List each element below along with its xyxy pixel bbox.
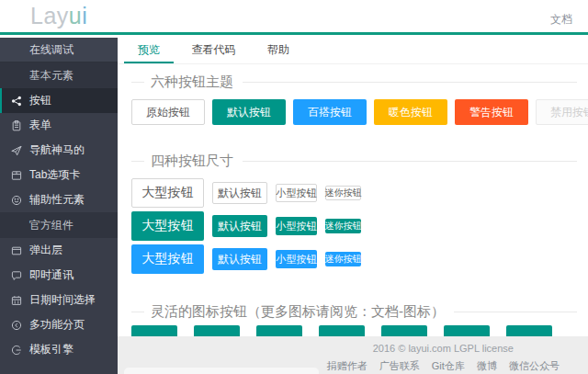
legend-line	[243, 161, 577, 162]
sidebar-item-label: 弹出层	[29, 244, 62, 256]
top-header: Layui 文档	[0, 0, 588, 35]
share-nodes-icon	[11, 96, 22, 107]
sidebar-category-basic-elements: 基本元素	[0, 62, 118, 88]
disabled-button[interactable]: 禁用按钮	[536, 99, 588, 125]
legend-line	[131, 312, 144, 312]
sidebar-item-im[interactable]: 即时通讯	[0, 263, 118, 288]
window-icon	[11, 245, 22, 256]
theme-buttons-row: 原始按钮 默认按钮 百搭按钮 暖色按钮 警告按钮 禁用按钮	[131, 99, 577, 125]
sidebar-item-online-debug[interactable]: 在线调试	[0, 38, 118, 62]
normal-button[interactable]: 百搭按钮	[293, 99, 367, 125]
sidebar-category-official-components: 官方组件	[0, 212, 118, 238]
clipboard-icon	[11, 120, 22, 131]
size-row-green: 大型按钮 默认按钮 小型按钮 迷你按钮	[131, 211, 577, 241]
sidebar-item-datetime[interactable]: 日期时间选择	[0, 288, 118, 312]
large-button[interactable]: 大型按钮	[131, 178, 204, 208]
section-title-text: 六种按钮主题	[151, 74, 233, 91]
legend-line	[131, 82, 144, 83]
tab-bar: 预览 查看代码 帮助	[118, 38, 588, 64]
danger-button[interactable]: 警告按钮	[455, 99, 528, 125]
default-size-button[interactable]: 默认按钮	[212, 248, 267, 270]
sidebar-item-auxiliary[interactable]: 辅助性元素	[0, 187, 118, 212]
page: Layui 文档 在线调试 基本元素 按钮 表单 导航神马的	[0, 0, 588, 374]
mini-button[interactable]: 迷你按钮	[325, 186, 361, 200]
sidebar-item-label: 按钮	[29, 94, 51, 107]
sidebar-item-pagination[interactable]: 多功能分页	[0, 312, 118, 337]
sidebar-item-form[interactable]: 表单	[0, 113, 118, 138]
size-row-primitive: 大型按钮 默认按钮 小型按钮 迷你按钮	[131, 178, 577, 208]
small-button[interactable]: 小型按钮	[276, 184, 317, 202]
footer-link-donate[interactable]: 捐赠作者	[327, 360, 368, 371]
tab-view-code[interactable]: 查看代码	[177, 38, 249, 63]
size-row-blue: 大型按钮 默认按钮 小型按钮 迷你按钮	[131, 244, 577, 274]
footer-link-wechat[interactable]: 微信公众号	[509, 360, 560, 371]
section-title-sizes: 四种按钮尺寸	[131, 153, 577, 169]
sidebar-item-layer[interactable]: 弹出层	[0, 238, 118, 263]
section-title-icon-buttons: 灵活的图标按钮（更多图标请阅览：文档-图标）	[131, 303, 577, 320]
logo-part-gray: Lay	[30, 3, 69, 28]
logo-part-green: u	[69, 3, 82, 28]
mini-button[interactable]: 迷你按钮	[325, 252, 361, 266]
legend-line	[243, 82, 577, 83]
layui-logo[interactable]: Layui	[30, 3, 87, 29]
legend-line	[131, 161, 144, 162]
doc-link[interactable]: 文档	[550, 12, 572, 28]
warm-button[interactable]: 暖色按钮	[374, 99, 447, 125]
sidebar-item-label: 日期时间选择	[29, 293, 96, 306]
sidebar-item-label: 表单	[29, 119, 51, 131]
copyright-text: 2016 © layui.com LGPL license	[322, 343, 564, 354]
small-button[interactable]: 小型按钮	[276, 250, 317, 268]
footer-link-git[interactable]: Git仓库	[432, 360, 465, 371]
large-button[interactable]: 大型按钮	[131, 244, 204, 274]
main-content: 预览 查看代码 帮助 六种按钮主题 原始按钮 默认按钮 百搭按钮 暖色按钮 警告…	[118, 38, 588, 374]
sidebar-item-label: 即时通讯	[29, 268, 74, 281]
sidebar-item-label: 模板引擎	[29, 343, 74, 356]
sidebar-item-label: Tab选项卡	[29, 168, 80, 181]
paper-plane-icon	[11, 145, 22, 156]
primitive-button[interactable]: 原始按钮	[131, 99, 205, 125]
smiley-icon	[11, 195, 22, 206]
logo-part-blue: i	[82, 3, 87, 28]
sidebar-item-template-engine[interactable]: 模板引擎	[0, 337, 118, 362]
footer-link-ads[interactable]: 广告联系	[379, 360, 420, 371]
bottom-sheet-edge	[124, 368, 319, 374]
section-title-text: 灵活的图标按钮（更多图标请阅览：文档-图标）	[151, 303, 445, 321]
legend-line	[454, 312, 577, 312]
default-size-button[interactable]: 默认按钮	[212, 182, 267, 204]
section-title-themes: 六种按钮主题	[131, 74, 577, 90]
sidebar: 在线调试 基本元素 按钮 表单 导航神马的 Tab选项卡	[0, 38, 118, 374]
preview-panel: 六种按钮主题 原始按钮 默认按钮 百搭按钮 暖色按钮 警告按钮 禁用按钮 四种按…	[118, 64, 588, 351]
default-size-button[interactable]: 默认按钮	[212, 215, 267, 237]
sidebar-item-button[interactable]: 按钮	[0, 88, 118, 113]
sidebar-item-label: 多功能分页	[29, 318, 85, 331]
layout-tabs-icon	[11, 170, 22, 181]
footer-content: 2016 © layui.com LGPL license 捐赠作者 广告联系 …	[322, 343, 564, 373]
sidebar-item-label: 导航神马的	[29, 143, 85, 156]
footer-links: 捐赠作者 广告联系 Git仓库 微博 微信公众号	[322, 359, 564, 373]
circle-arrow-left-icon	[11, 320, 22, 331]
mini-button[interactable]: 迷你按钮	[325, 219, 361, 233]
sidebar-item-nav[interactable]: 导航神马的	[0, 138, 118, 163]
sidebar-item-tab[interactable]: Tab选项卡	[0, 163, 118, 187]
sidebar-item-label: 辅助性元素	[29, 193, 85, 206]
chat-bubble-icon	[11, 270, 22, 281]
section-title-text: 四种按钮尺寸	[151, 153, 233, 170]
tab-preview[interactable]: 预览	[124, 38, 174, 63]
large-button[interactable]: 大型按钮	[131, 211, 204, 241]
footer-link-weibo[interactable]: 微博	[477, 360, 497, 371]
calendar-icon	[11, 295, 22, 306]
tab-help[interactable]: 帮助	[254, 38, 303, 63]
engine-icon	[11, 345, 22, 356]
small-button[interactable]: 小型按钮	[276, 217, 317, 235]
default-button[interactable]: 默认按钮	[212, 99, 286, 125]
